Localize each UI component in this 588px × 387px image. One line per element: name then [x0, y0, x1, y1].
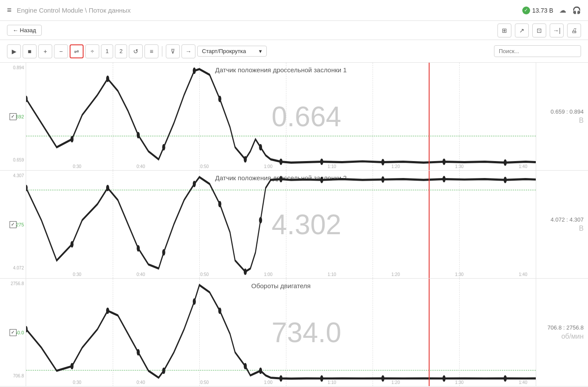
svg-point-12 [443, 158, 446, 165]
num1-button[interactable]: 1 [101, 44, 113, 58]
svg-point-38 [320, 375, 323, 382]
svg-point-37 [279, 375, 282, 382]
y-bot-2: 4.072 [13, 266, 24, 270]
add-button[interactable]: + [38, 44, 52, 58]
mode-dropdown[interactable]: Старт/Прокрутка ▾ [197, 46, 267, 57]
divide-button[interactable]: ÷ [85, 44, 99, 58]
svg-point-18 [162, 249, 165, 256]
navbar-left: ← Назад [7, 25, 42, 36]
svg-point-11 [381, 159, 384, 165]
chart-svg-1 [26, 63, 536, 170]
chart-main-3: Обороты двигателя734.00:300:400:501:001:… [26, 279, 536, 386]
chart-left-2: 4.3074.2754.072 [0, 171, 26, 278]
svg-point-31 [137, 349, 140, 356]
svg-point-27 [504, 177, 507, 183]
svg-point-13 [504, 159, 507, 166]
svg-point-20 [218, 201, 221, 207]
chart-unit-2: В [579, 225, 584, 232]
app-name: Engine Control Module [17, 7, 84, 14]
minus-button[interactable]: − [54, 44, 68, 58]
chart-checkbox-2[interactable] [10, 221, 17, 228]
svg-point-26 [443, 176, 446, 182]
svg-point-8 [259, 144, 262, 151]
header-title: Engine Control Module \ Поток данных [17, 7, 131, 14]
svg-point-29 [71, 363, 74, 370]
cloud-icon[interactable]: ☁ [559, 6, 566, 14]
arrow-button[interactable]: → [181, 44, 195, 58]
hamburger-icon[interactable]: ≡ [7, 6, 12, 15]
search-input[interactable] [494, 45, 581, 57]
table-view-button[interactable]: ⊡ [532, 24, 546, 37]
svg-point-1 [71, 136, 74, 142]
svg-point-19 [193, 181, 196, 187]
chart-unit-3: об/мин [561, 333, 584, 340]
play-button[interactable]: ▶ [7, 44, 21, 58]
y-top-3: 2756.8 [10, 281, 24, 286]
refresh-button[interactable]: ↺ [129, 44, 143, 58]
chart-range-1: 0.659 : 0.894 [551, 108, 584, 115]
chart-right-2: 4.072 : 4.307В [536, 171, 588, 278]
chart-range-2: 4.072 : 4.307 [551, 216, 584, 223]
toolbar-divider [162, 46, 162, 57]
svg-point-3 [137, 132, 140, 138]
svg-point-17 [137, 245, 140, 252]
svg-point-24 [320, 177, 323, 183]
svg-point-33 [193, 298, 196, 305]
chart-right-1: 0.659 : 0.894В [536, 63, 588, 170]
red-line-3 [429, 279, 430, 386]
chart-range-3: 706.8 : 2756.8 [548, 324, 584, 331]
swap-button[interactable]: ⇌ [70, 44, 84, 58]
print-button[interactable]: 🖨 [567, 24, 581, 37]
svg-point-4 [162, 144, 165, 151]
svg-point-9 [279, 158, 282, 165]
back-button[interactable]: ← Назад [7, 25, 42, 36]
chart-row-1: 0.8940.6920.659Датчик положения дроссель… [0, 63, 588, 171]
svg-point-32 [162, 367, 165, 374]
chart-right-3: 706.8 : 2756.8об/мин [536, 279, 588, 386]
filter-button[interactable]: ⊽ [166, 44, 180, 58]
chart-row-2: 4.3074.2754.072Датчик положения дроссель… [0, 171, 588, 279]
export-button[interactable]: →| [550, 24, 564, 37]
chart-left-3: 2756.8950.0706.8 [0, 279, 26, 386]
headphone-icon[interactable]: 🎧 [572, 6, 581, 14]
subtitle: Поток данных [89, 7, 131, 14]
svg-point-5 [193, 67, 196, 74]
chart-view-button[interactable]: ↗ [515, 24, 529, 37]
separator: \ [85, 7, 88, 14]
svg-point-6 [218, 96, 221, 102]
num2-button[interactable]: 2 [115, 44, 127, 58]
svg-point-40 [443, 375, 446, 382]
red-line-2 [429, 171, 430, 278]
chart-svg-3 [26, 279, 536, 386]
chart-main-1: Датчик положения дроссельной заслонки 10… [26, 63, 536, 170]
status-dot [522, 7, 530, 14]
dropdown-arrow: ▾ [259, 48, 262, 54]
stop-button[interactable]: ■ [23, 44, 37, 58]
svg-point-36 [259, 367, 262, 374]
grid-view-button[interactable]: ⊞ [497, 24, 511, 37]
y-bot-3: 706.8 [13, 374, 24, 378]
red-line-1 [429, 63, 430, 170]
status-value: 13.73 В [532, 7, 553, 14]
chart-svg-2 [26, 171, 536, 278]
svg-point-22 [259, 217, 262, 223]
header-left: ≡ Engine Control Module \ Поток данных [7, 6, 131, 15]
header: ≡ Engine Control Module \ Поток данных 1… [0, 0, 588, 21]
chart-checkbox-1[interactable] [10, 113, 17, 120]
svg-point-41 [504, 375, 507, 382]
status-indicator: 13.73 В [522, 7, 553, 14]
chart-left-1: 0.8940.6920.659 [0, 63, 26, 170]
svg-point-35 [244, 363, 247, 370]
menu-button[interactable]: ≡ [144, 44, 158, 58]
toolbar: ▶ ■ + − ⇌ ÷ 1 2 ↺ ≡ ⊽ → Старт/Прокрутка … [0, 40, 588, 63]
y-top-2: 4.307 [13, 173, 24, 178]
chart-checkbox-3[interactable] [10, 329, 17, 336]
svg-point-34 [218, 307, 221, 314]
header-right: 13.73 В ☁ 🎧 [522, 6, 581, 14]
y-bot-1: 0.659 [13, 158, 24, 162]
navbar-right: ⊞ ↗ ⊡ →| 🖨 [497, 24, 581, 37]
svg-point-39 [381, 375, 384, 382]
chart-row-3: 2756.8950.0706.8Обороты двигателя734.00:… [0, 279, 588, 387]
svg-point-21 [244, 269, 247, 275]
svg-point-2 [106, 76, 109, 82]
